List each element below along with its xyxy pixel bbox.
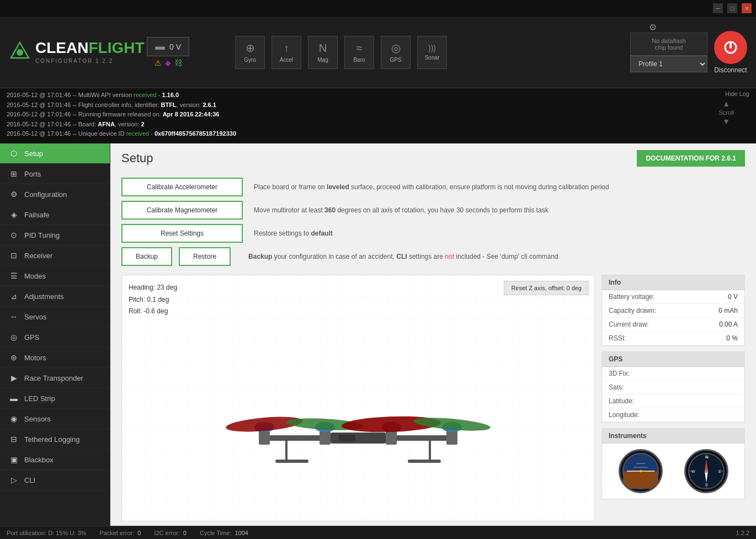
- reset-settings-button[interactable]: Reset Settings: [121, 224, 243, 243]
- sidebar-item-adjustments[interactable]: ⊿ Adjustments: [0, 286, 110, 307]
- sidebar-item-race-transponder[interactable]: ▶ Race Transponder: [0, 368, 110, 388]
- calibrate-mag-button[interactable]: Calibrate Magnetometer: [121, 201, 243, 220]
- backup-button[interactable]: Backup: [121, 247, 172, 266]
- sidebar-item-pid[interactable]: ⊙ PID Tuning: [0, 225, 110, 246]
- gear-icon[interactable]: ⚙: [649, 22, 657, 33]
- sidebar-label-modes: Modes: [24, 272, 46, 280]
- packet-value: 0: [137, 530, 141, 536]
- sidebar-label-ports: Ports: [24, 170, 41, 178]
- profile-select[interactable]: Profile 1 Profile 2 Profile 3: [630, 56, 707, 72]
- sidebar-item-receiver[interactable]: ⊡ Receiver: [0, 246, 110, 266]
- i2c-label: I2C error:: [154, 530, 179, 536]
- instruments-area: N E S W: [602, 444, 744, 499]
- log-line-3: 2016-05-12 @ 17:01:46 -- Running firmwar…: [7, 110, 749, 120]
- instruments-title: Instruments: [602, 429, 744, 444]
- sidebar-item-configuration[interactable]: ⚙ Configuration: [0, 184, 110, 205]
- sensor-gps[interactable]: ◎ GPS: [379, 36, 412, 69]
- main-layout: ⬡ Setup ⊞ Ports ⚙ Configuration ◈ Failsa…: [0, 143, 756, 526]
- logo-text: CLEANFLIGHT: [35, 40, 145, 56]
- capacity-drawn-label: Capacity drawn:: [609, 307, 656, 314]
- gyro-label: Gyro: [244, 57, 256, 63]
- battery-voltage-label: Battery voltage:: [609, 293, 654, 301]
- sidebar-item-sensors[interactable]: ◉ Sensors: [0, 409, 110, 429]
- sidebar-label-servos: Servos: [24, 313, 46, 321]
- baro-icon: ≈: [356, 42, 363, 55]
- logo-area: CLEANFLIGHT CONFIGURATOR 1.2.2: [9, 40, 130, 64]
- sensor-sonar[interactable]: ))) Sonar: [416, 36, 449, 69]
- sensor-baro[interactable]: ≈ Baro: [343, 36, 376, 69]
- sidebar-item-motors[interactable]: ⊛ Motors: [0, 348, 110, 368]
- info-panel: Info Battery voltage: 0 V Capacity drawn…: [601, 275, 745, 521]
- svg-point-1: [17, 49, 23, 56]
- sidebar-label-sensors: Sensors: [24, 415, 51, 423]
- sidebar: ⬡ Setup ⊞ Ports ⚙ Configuration ◈ Failsa…: [0, 143, 110, 526]
- header: CLEANFLIGHT CONFIGURATOR 1.2.2 ▬ 0 V ⚠ ◆…: [0, 17, 756, 88]
- lon-row: Longitude:: [602, 408, 744, 422]
- close-button[interactable]: ✕: [742, 3, 752, 13]
- lat-label: Latitude:: [609, 397, 634, 405]
- sidebar-label-gps: GPS: [24, 333, 39, 341]
- content-header: Setup DOCUMENTATION FOR 2.6.1: [110, 143, 756, 173]
- sidebar-item-modes[interactable]: ☰ Modes: [0, 266, 110, 286]
- adjust-icon: ⊿: [9, 292, 19, 301]
- blackbox-icon: ▣: [9, 455, 19, 464]
- capacity-drawn-row: Capacity drawn: 0 mAh: [602, 304, 744, 318]
- reset-settings-row: Reset Settings Restore settings to defau…: [121, 224, 745, 243]
- sidebar-item-gps[interactable]: ◎ GPS: [0, 327, 110, 348]
- cycle-time: Cycle Time: 1004: [200, 530, 248, 536]
- restore-button[interactable]: Restore: [179, 247, 231, 266]
- warn-icon: ⚠: [155, 58, 162, 67]
- i2c-value: 0: [183, 530, 187, 536]
- logo-icon: [9, 41, 31, 63]
- sidebar-item-blackbox[interactable]: ▣ Blackbox: [0, 450, 110, 470]
- mag-icon: N: [319, 42, 327, 55]
- disconnect-button[interactable]: Disconnect: [714, 31, 747, 74]
- rssi-row: RSSI: 0 %: [602, 332, 744, 345]
- sidebar-item-failsafe[interactable]: ◈ Failsafe: [0, 205, 110, 225]
- drone-canvas: Heading: 23 deg Pitch: 0.1 deg Roll: -0.…: [121, 275, 595, 521]
- svg-point-36: [640, 470, 642, 472]
- accel-label: Accel: [280, 57, 293, 63]
- link-icon: ⛓: [174, 58, 182, 67]
- sensor-mag[interactable]: N Mag: [306, 36, 339, 69]
- accel-icon: ↑: [284, 42, 289, 55]
- servos-icon: ↔: [9, 312, 19, 321]
- sidebar-item-setup[interactable]: ⬡ Setup: [0, 143, 110, 164]
- svg-rect-25: [408, 460, 441, 463]
- sidebar-item-servos[interactable]: ↔ Servos: [0, 307, 110, 327]
- calibrate-accel-button[interactable]: Calibrate Accelerometer: [121, 178, 243, 196]
- drone-illustration: [220, 376, 496, 488]
- sensor-accel[interactable]: ↑ Accel: [270, 36, 303, 69]
- docs-button[interactable]: DOCUMENTATION FOR 2.6.1: [637, 150, 745, 167]
- gps-side-icon: ◎: [9, 333, 19, 341]
- ports-icon: ⊞: [9, 169, 19, 178]
- disconnect-icon: [714, 31, 747, 64]
- packet-error: Packet error: 0: [99, 530, 141, 536]
- sidebar-label-motors: Motors: [24, 354, 46, 362]
- receiver-icon: ⊡: [9, 251, 19, 260]
- sonar-label: Sonar: [425, 55, 440, 61]
- info-title: Info: [602, 275, 744, 290]
- maximize-button[interactable]: □: [727, 3, 737, 13]
- sidebar-item-ports[interactable]: ⊞ Ports: [0, 164, 110, 184]
- hide-log-button[interactable]: Hide Log: [725, 90, 749, 97]
- minimize-button[interactable]: ─: [713, 3, 723, 13]
- sensor-gyro[interactable]: ⊕ Gyro: [233, 36, 267, 69]
- version-label: 1.2.2: [736, 530, 749, 536]
- battery-group: ▬ 0 V ⚠ ◆ ⛓: [147, 37, 189, 67]
- sensors-icon: ◉: [9, 414, 19, 423]
- sidebar-item-cli[interactable]: ▷ CLI: [0, 470, 110, 490]
- battery-warnings: ⚠ ◆ ⛓: [155, 58, 182, 67]
- sidebar-item-led-strip[interactable]: ▬ LED Strip: [0, 388, 110, 409]
- status-bar: Port utilization: D: 15% U: 3% Packet er…: [0, 526, 756, 539]
- led-icon: ▬: [9, 394, 19, 403]
- gyro-icon: ⊕: [246, 41, 255, 55]
- logo-subtitle: CONFIGURATOR 1.2.2: [35, 58, 145, 64]
- instruments-section: Instruments: [601, 428, 745, 499]
- log-line-4: 2016-05-12 @ 17:01:46 -- Board: AFNA, ve…: [7, 120, 749, 130]
- svg-rect-27: [339, 435, 355, 441]
- failsafe-icon: ◈: [9, 210, 19, 219]
- battery-icon: ▬: [155, 41, 165, 52]
- sats-row: Sats:: [602, 381, 744, 394]
- sidebar-item-tethered-logging[interactable]: ⊟ Tethered Logging: [0, 429, 110, 450]
